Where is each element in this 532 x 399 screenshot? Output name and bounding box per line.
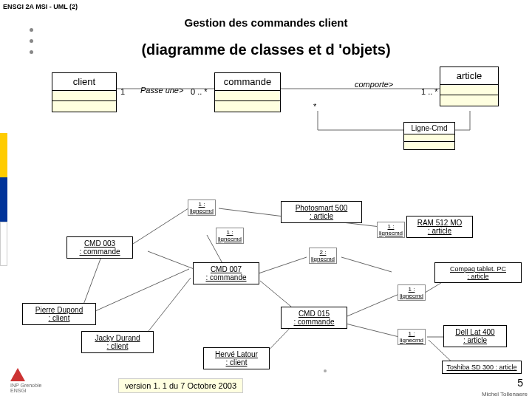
svg-line-10 [259, 257, 307, 273]
mult-0-star: 0 .. * [191, 87, 208, 96]
class-client-name: client [52, 73, 116, 91]
svg-line-11 [260, 281, 296, 310]
class-client: client [52, 72, 117, 112]
svg-line-8 [148, 251, 196, 270]
link-1d: 1 :lignecmd [377, 222, 405, 238]
svg-line-14 [344, 294, 399, 318]
course-code: ENSGI 2A MSI - UML (2) [3, 3, 78, 10]
color-sidebar [0, 133, 7, 266]
class-article-name: article [440, 67, 498, 85]
obj-herve: Hervé Latour: client [203, 347, 270, 369]
slide-subtitle: (diagramme de classes et d 'objets) [0, 41, 532, 58]
assoc-comporte: comporte> [355, 80, 393, 89]
svg-line-20 [89, 269, 189, 314]
class-commande-name: commande [215, 73, 280, 91]
obj-toshiba: Toshiba SD 300 : article [442, 361, 522, 374]
obj-jacky: Jacky Durand: client [81, 331, 154, 353]
class-article: article [440, 66, 499, 106]
obj-ram: RAM 512 MO: article [406, 216, 473, 238]
svg-line-19 [81, 255, 102, 310]
svg-line-17 [346, 324, 399, 337]
page-number: 5 [517, 377, 523, 389]
author-label: Michel Tollenaere [482, 391, 528, 398]
obj-compaq: Compaq tablet. PC: article [434, 262, 522, 283]
assoc-passe: Passe une> [140, 86, 183, 95]
obj-photosmart: Photosmart 500: article [281, 201, 362, 223]
svg-line-6 [133, 208, 188, 244]
mult-1: 1 [120, 87, 125, 96]
class-lignecmd-name: Ligne-Cmd [404, 123, 454, 134]
class-commande: commande [214, 72, 281, 112]
obj-dell: Dell Lat 400: article [443, 325, 507, 347]
link-1b: 1 :lignecmd [216, 228, 244, 244]
svg-line-13 [341, 257, 392, 272]
version-label: version 1. 1 du 7 Octobre 2003 [118, 378, 243, 393]
mult-1-star: 1 .. * [421, 87, 438, 96]
logo-ensgi: INP GrenobleENSGI [10, 368, 41, 393]
link-1a: 1 :lignecmd [188, 200, 216, 216]
link-1c: 1 :lignecmd [398, 284, 426, 301]
link-1e: 1 :lignecmd [398, 329, 426, 345]
class-lignecmd: Ligne-Cmd [403, 122, 455, 150]
link-2: 2 :lignecmd [309, 248, 337, 264]
obj-cmd007: CMD 007: commande [193, 262, 259, 284]
obj-cmd015: CMD 015: commande [281, 307, 347, 329]
obj-cmd003: CMD 003: commande [66, 236, 133, 259]
dot-icon [324, 369, 327, 372]
decorative-bullets [30, 28, 33, 61]
obj-pierre: Pierre Dupond: client [22, 303, 96, 325]
mult-star: * [313, 102, 316, 111]
slide-title: Gestion des commandes client [0, 16, 532, 29]
